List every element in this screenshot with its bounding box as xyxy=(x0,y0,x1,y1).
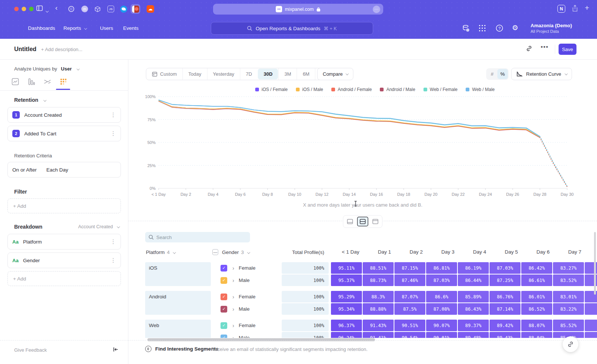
criteria-window[interactable]: Each Day xyxy=(46,167,68,173)
retention-value-cell[interactable]: 88.04% xyxy=(521,332,552,338)
data-management-icon[interactable] xyxy=(462,24,471,33)
retention-value-cell[interactable]: 87.03% xyxy=(426,274,457,286)
vertical-scrollbar[interactable] xyxy=(594,232,596,295)
gender-cell[interactable]: ✓›Female xyxy=(212,322,280,329)
tab-cube-icon[interactable] xyxy=(93,4,102,14)
add-breakdown-button[interactable]: + Add xyxy=(7,271,121,286)
expand-row-icon[interactable]: › xyxy=(232,265,234,271)
retention-value-cell[interactable]: 86.52% xyxy=(521,303,552,315)
retention-criteria-card[interactable]: On or After Each Day xyxy=(7,162,121,178)
settings-gear-icon[interactable]: ⚙ xyxy=(512,23,518,32)
tab-avatar-m-icon[interactable]: m xyxy=(80,4,90,14)
retention-value-cell[interactable]: 87.25% xyxy=(490,274,521,286)
retention-value-cell[interactable]: 86.76% xyxy=(490,291,521,302)
retention-value-cell[interactable]: 86.43% xyxy=(458,303,489,315)
analyze-uniques-row[interactable]: Analyze Uniques by User xyxy=(14,65,79,72)
give-feedback-link[interactable]: Give Feedback xyxy=(14,347,47,353)
legend-item[interactable]: iOS / Male xyxy=(296,87,323,92)
retention-value-cell[interactable]: 88.3% xyxy=(363,291,394,302)
tab-target-icon[interactable] xyxy=(66,4,76,14)
step-card-account-created[interactable]: 1 Account Created ⋮ xyxy=(7,107,121,123)
retention-value-cell[interactable]: 89.48% xyxy=(458,332,489,338)
retention-value-cell[interactable]: 89.37% xyxy=(458,320,489,331)
table-search[interactable] xyxy=(145,232,250,242)
retention-value-cell[interactable]: 83.01% xyxy=(553,291,584,302)
project-switcher[interactable]: Amazonia {Demo} All Project Data xyxy=(531,23,572,34)
series-checkbox[interactable]: ✓ xyxy=(221,322,227,329)
gender-cell[interactable]: ✓›Male xyxy=(212,306,280,313)
retention-value-cell[interactable]: 87.46% xyxy=(394,274,425,286)
copy-link-icon[interactable] xyxy=(526,45,532,52)
gender-cell[interactable]: ✓›Female xyxy=(212,294,280,300)
retention-value-cell[interactable]: 87.08% xyxy=(426,303,457,315)
retention-value-cell[interactable]: 85.89% xyxy=(458,291,489,302)
retention-value-cell[interactable]: 88.88% xyxy=(363,303,394,315)
breakdown-card-platform[interactable]: Aa Platform ⋮ xyxy=(7,234,121,250)
retention-value-cell[interactable]: 87.5% xyxy=(394,303,425,315)
retention-value-cell[interactable]: 95.37% xyxy=(331,274,362,286)
nav-events[interactable]: Events xyxy=(123,25,138,31)
url-bar[interactable]: •• mixpanel.com ⋯ xyxy=(213,4,383,15)
retention-value-cell[interactable]: 90.01% xyxy=(426,332,457,338)
tab-retention-icon-active[interactable] xyxy=(59,78,68,87)
apps-grid-icon[interactable] xyxy=(479,25,486,32)
retention-value-cell[interactable]: 87.07% xyxy=(394,291,425,302)
criteria-operator[interactable]: On or After xyxy=(12,167,37,173)
platform-cell[interactable]: Web xyxy=(145,320,211,338)
more-actions-icon[interactable]: ••• xyxy=(541,43,548,51)
retention-value-cell[interactable]: 90.54% xyxy=(394,332,425,338)
nav-reports[interactable]: Reports xyxy=(63,25,86,31)
retention-value-cell[interactable]: 96.24% xyxy=(331,332,362,338)
retention-value-cell[interactable]: 90.51% xyxy=(394,320,425,331)
date-range-yesterday[interactable]: Yesterday xyxy=(207,68,240,80)
series-checkbox[interactable]: ✓ xyxy=(221,335,227,338)
nav-dashboards[interactable]: Dashboards xyxy=(28,25,55,31)
platform-cell[interactable]: iOS xyxy=(145,262,211,286)
date-range-7d[interactable]: 7D xyxy=(240,68,258,80)
retention-value-cell[interactable]: 89.43% xyxy=(490,332,521,338)
table-search-input[interactable] xyxy=(156,235,238,240)
retention-value-cell[interactable]: 95.34% xyxy=(331,303,362,315)
close-window-button[interactable] xyxy=(14,7,19,11)
series-checkbox[interactable]: ✓ xyxy=(221,277,227,284)
sidebar-toggle-icon[interactable] xyxy=(36,4,43,12)
layout-panel-bottom-button[interactable] xyxy=(344,217,356,226)
report-title[interactable]: Untitled xyxy=(14,46,37,53)
back-icon[interactable]: ‹ xyxy=(55,4,57,12)
tab-javascript-icon[interactable]: JS xyxy=(106,4,116,14)
save-button[interactable]: Save xyxy=(559,44,576,55)
retention-value-cell[interactable]: 86.01% xyxy=(521,291,552,302)
find-segments-title[interactable]: Find Interesting Segments xyxy=(155,346,219,352)
retention-value-cell[interactable]: 86.42% xyxy=(521,262,552,274)
tab-insights-icon[interactable] xyxy=(11,78,20,87)
tab-funnels-icon[interactable] xyxy=(27,78,36,87)
date-range-custom[interactable]: Custom xyxy=(146,68,182,80)
expand-row-icon[interactable]: › xyxy=(232,277,234,283)
breakdown-options-icon[interactable]: ⋮ xyxy=(110,238,116,245)
retention-section-header[interactable]: Retention xyxy=(14,97,46,103)
date-range-6m[interactable]: 6M xyxy=(297,68,315,80)
collapse-sidebar-icon[interactable] xyxy=(113,346,119,352)
series-checkbox[interactable]: ✓ xyxy=(221,306,227,313)
gender-cell[interactable]: ✓›Male xyxy=(212,335,280,338)
step-options-icon[interactable]: ⋮ xyxy=(110,130,116,137)
retention-value-cell[interactable]: 87.14% xyxy=(490,303,521,315)
add-filter-button[interactable]: + Add xyxy=(7,198,121,213)
legend-item[interactable]: Web / Male xyxy=(466,87,494,92)
new-tab-icon[interactable]: + xyxy=(585,3,589,12)
gender-cell[interactable]: ✓›Male xyxy=(212,277,280,284)
retention-value-cell[interactable]: 86.6% xyxy=(426,291,457,302)
tab-soundcloud-icon[interactable]: ☁ xyxy=(146,4,155,14)
retention-value-cell[interactable]: 95.29% xyxy=(331,291,362,302)
retention-value-cell[interactable]: 86.61% xyxy=(521,274,552,286)
chart-type-dropdown[interactable]: Retention Curve xyxy=(511,68,572,80)
nav-users[interactable]: Users xyxy=(100,25,113,31)
gender-column-header[interactable]: — Gender 3 xyxy=(212,246,249,258)
retention-value-cell[interactable]: 87.15% xyxy=(394,262,425,274)
add-description[interactable]: + Add description... xyxy=(41,47,82,52)
legend-item[interactable]: iOS / Female xyxy=(255,87,288,92)
date-range-3m[interactable]: 3M xyxy=(278,68,297,80)
series-checkbox[interactable]: ✓ xyxy=(221,265,227,272)
retention-value-cell[interactable]: 86.81% xyxy=(426,262,457,274)
retention-value-cell[interactable]: 96.37% xyxy=(331,320,362,331)
